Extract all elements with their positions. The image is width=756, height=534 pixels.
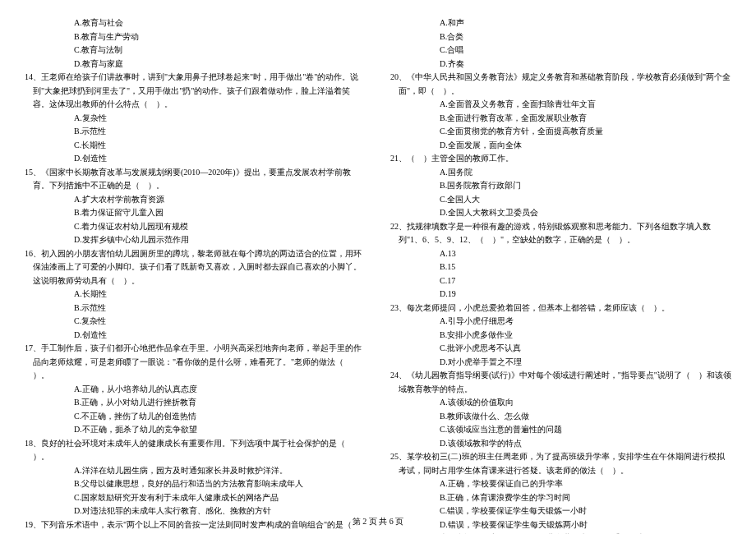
option-line: A.长期性	[25, 288, 366, 302]
question-line: 21、（ ）主管全国的教师工作。	[390, 152, 731, 166]
option-line: A.和声	[390, 16, 731, 30]
option-line: C.全国人大	[390, 193, 731, 207]
option-line: C.17	[390, 274, 731, 288]
question-line: 23、每次老师提问，小虎总爱抢着回答，但基本上都答错，老师应该（ ）。	[390, 302, 731, 315]
option-line: B.正确，体育课浪费学生的学习时间	[390, 491, 731, 505]
two-column-layout: A.教育与社会B.教育与生产劳动C.教育与法制D.教育与家庭14、王老师在给孩子…	[25, 16, 731, 501]
option-line: B.教师该做什么、怎么做	[390, 410, 731, 424]
option-line: D.全国人大教科文卫委员会	[390, 206, 731, 220]
option-line: A.教育与社会	[25, 16, 366, 30]
option-line: A.扩大农村学前教育资源	[25, 193, 366, 207]
question-line: 25、某学校初三(二)班的班主任周老师，为了提高班级升学率，安排学生在午休期间进…	[390, 450, 731, 477]
question-line: 15、《国家中长期教育改革与发展规划纲要(2010—2020年)》提出，要重点发…	[25, 166, 366, 193]
option-line: D.不正确，扼杀了幼儿的竞争欲望	[25, 423, 366, 437]
option-line: B.父母以健康思想，良好的品行和适当的方法教育影响未成年人	[25, 477, 366, 491]
option-line: D.齐奏	[390, 58, 731, 71]
option-line: A.引导小虎仔细思考	[390, 315, 731, 329]
option-line: B.合类	[390, 30, 731, 44]
option-line: B.示范性	[25, 125, 366, 139]
option-line: D.该领域教和学的特点	[390, 437, 731, 451]
option-line: B.国务院教育行政部门	[390, 179, 731, 193]
option-line: C.复杂性	[25, 315, 366, 329]
option-line: D.创造性	[25, 152, 366, 166]
option-line: B.教育与生产劳动	[25, 30, 366, 44]
question-line: 16、初入园的小朋友害怕幼儿园厕所里的蹲坑，黎老师就在每个蹲坑的两边适合的位置，…	[25, 247, 366, 288]
option-line: B.安排小虎多做作业	[390, 329, 731, 343]
option-line: A.全面普及义务教育，全面扫除青壮年文盲	[390, 98, 731, 112]
option-line: A.该领域的价值取向	[390, 396, 731, 410]
right-column: A.和声B.合类C.合唱D.齐奏20、《中华人民共和国义务教育法》规定义务教育和…	[390, 16, 731, 501]
option-line: B.全面进行教育改革，全面发展职业教育	[390, 112, 731, 126]
option-line: B.正确，从小对幼儿进行挫折教育	[25, 396, 366, 410]
option-line: A.正确，学校要保证自己的升学率	[390, 477, 731, 491]
option-line: C.教育与法制	[25, 44, 366, 58]
option-line: C.该领域应当注意的普遍性的问题	[390, 423, 731, 437]
question-line: 17、手工制作后，孩子们都开心地把作品拿在手里。小明兴高采烈地奔向老师，举起手里…	[25, 342, 366, 383]
option-line: D.对小虎举手置之不理	[390, 356, 731, 370]
option-line: A.国务院	[390, 166, 731, 180]
page-footer: 第 2 页 共 6 页	[0, 516, 756, 527]
option-line: C.长期性	[25, 139, 366, 153]
option-line: C.批评小虎思考不认真	[390, 342, 731, 356]
question-line: 24、《幼儿园教育指导纲要(试行)》中对每个领域进行阐述时，"指导要点"说明了（…	[390, 369, 731, 396]
left-column: A.教育与社会B.教育与生产劳动C.教育与法制D.教育与家庭14、王老师在给孩子…	[25, 16, 366, 501]
option-line: D.全面发展，面向全体	[390, 139, 731, 153]
option-line: C.国家鼓励研究开发有利于未成年人健康成长的网络产品	[25, 491, 366, 505]
option-line: C.着力保证农村幼儿园现有规模	[25, 220, 366, 234]
question-line: 14、王老师在给孩子们讲故事时，讲到"大象用鼻子把球卷起来"时，用手做出"卷"的…	[25, 71, 366, 112]
question-line: 18、良好的社会环境对未成年人的健康成长有重要作用。下列选项中属于社会保护的是（…	[25, 437, 366, 464]
option-line: A.洋洋在幼儿园生病，园方及时通知家长并及时救护洋洋。	[25, 464, 366, 478]
option-line: B.着力保证留守儿童入园	[25, 206, 366, 220]
option-line: B.示范性	[25, 302, 366, 315]
question-line: 20、《中华人民共和国义务教育法》规定义务教育和基础教育阶段，学校教育必须做到"…	[390, 71, 731, 98]
option-line: D.发挥乡镇中心幼儿园示范作用	[25, 233, 366, 247]
question-line: 22、找规律填数字是一种很有趣的游戏，特别锻炼观察和思考能力。下列各组数字填入数…	[390, 220, 731, 247]
option-line: A.复杂性	[25, 112, 366, 126]
option-line: C.全面贯彻党的教育方针，全面提高教育质量	[390, 125, 731, 139]
option-line: B.15	[390, 260, 731, 274]
option-line: C.不正确，挫伤了幼儿的创造热情	[25, 410, 366, 424]
option-line: D.教育与家庭	[25, 58, 366, 71]
option-line: D.19	[390, 288, 731, 302]
option-line: C.合唱	[390, 44, 731, 58]
option-line: A.13	[390, 247, 731, 261]
option-line: D.创造性	[25, 329, 366, 343]
option-line: A.正确，从小培养幼儿的认真态度	[25, 383, 366, 397]
